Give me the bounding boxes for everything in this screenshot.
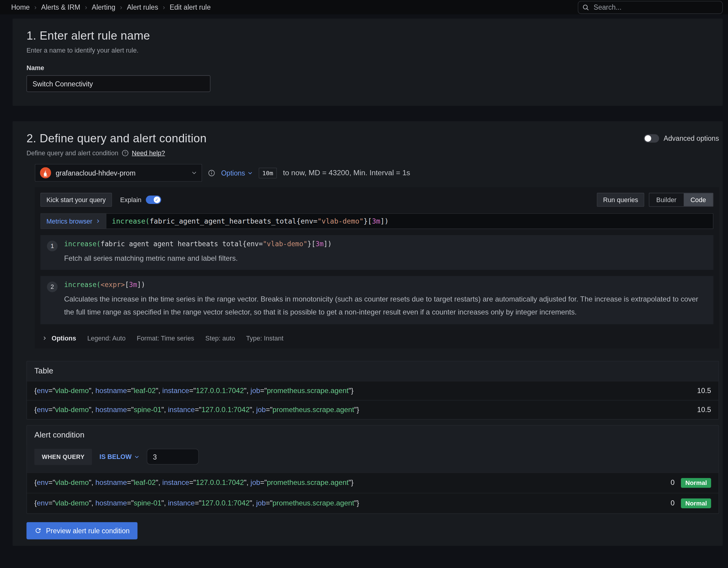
- chevron-down-icon: [191, 170, 197, 176]
- code-token: increase(: [112, 217, 150, 225]
- breadcrumb-separator: ›: [34, 4, 37, 11]
- code-token: "vlab-demo": [263, 240, 308, 248]
- prometheus-icon: [40, 167, 51, 179]
- explain-body: increase(<expr>[3m]) Calculates the incr…: [64, 281, 707, 319]
- breadcrumb-separator: ›: [163, 4, 165, 11]
- alert-condition-panel: Alert condition WHEN QUERY IS BELOW {env…: [27, 425, 719, 514]
- code-token: fabric_agent_agent_heartbeats_total{env=: [101, 240, 263, 248]
- chevron-down-icon: [134, 454, 140, 459]
- advanced-options-toggle[interactable]: [644, 134, 659, 143]
- kick-start-query-button[interactable]: Kick start your query: [40, 193, 112, 207]
- advanced-options-label: Advanced options: [664, 134, 719, 142]
- code-token: "vlab-demo": [317, 217, 364, 225]
- options-expander[interactable]: Options: [42, 334, 76, 342]
- preview-button-label: Preview alert rule condition: [46, 527, 130, 534]
- table-panel: Table {env="vlab-demo", hostname="leaf-0…: [27, 361, 719, 419]
- explain-text: Calculates the increase in the time seri…: [64, 293, 707, 319]
- explain-toggle[interactable]: ✓: [146, 195, 161, 204]
- help-icon: ?: [121, 149, 128, 156]
- step2-subtitle-row: Define query and alert condition ? Need …: [27, 149, 719, 157]
- table-panel-title: Table: [27, 361, 718, 381]
- query-editor-wrapper: grafanacloud-hhdev-prom Options: [35, 164, 719, 348]
- time-range-badge[interactable]: 10m: [259, 167, 277, 178]
- explain-control: Explain ✓: [120, 195, 161, 204]
- query-options-footer: Options Legend: Auto Format: Time series…: [40, 331, 714, 343]
- step2-title: 2. Define query and alert condition: [27, 131, 207, 145]
- alert-rule-name-input[interactable]: [27, 75, 211, 92]
- series-labels: {env="vlab-demo", hostname="leaf-02", in…: [34, 479, 354, 487]
- step1-section: 1. Enter alert rule name Enter a name to…: [13, 19, 723, 106]
- explain-body: increase(fabric_agent_agent_heartbeats_t…: [64, 240, 707, 265]
- explain-text: Fetch all series matching metric name an…: [64, 252, 707, 265]
- datasource-picker[interactable]: grafanacloud-hhdev-prom: [35, 164, 202, 182]
- metrics-browser-button[interactable]: Metrics browser: [40, 213, 106, 229]
- search-icon: [582, 4, 589, 11]
- explain-step-2: 2 increase(<expr>[3m]) Calculates the in…: [40, 276, 714, 324]
- explain-code: increase(fabric_agent_agent_heartbeats_t…: [64, 240, 707, 248]
- preview-alert-rule-button[interactable]: Preview alert rule condition: [27, 522, 138, 539]
- breadcrumb-item[interactable]: Edit alert rule: [170, 3, 211, 11]
- query-editor: Kick start your query Explain ✓ Run quer…: [35, 187, 719, 348]
- operator-label: IS BELOW: [99, 453, 131, 460]
- name-label: Name: [27, 64, 719, 72]
- code-token: increase(: [64, 281, 101, 289]
- threshold-input[interactable]: [147, 449, 199, 464]
- table-row: {env="vlab-demo", hostname="leaf-02", in…: [27, 381, 718, 400]
- code-token: increase(: [64, 240, 101, 248]
- options-footer-label: Options: [52, 334, 76, 342]
- info-icon[interactable]: [208, 169, 215, 176]
- breadcrumb-item[interactable]: Alerting: [92, 3, 115, 11]
- step-option: Step: auto: [205, 334, 235, 342]
- operator-dropdown[interactable]: IS BELOW: [99, 453, 140, 460]
- step2-subtitle: Define query and alert condition: [27, 149, 118, 157]
- series-value: 0: [671, 479, 675, 487]
- svg-text:?: ?: [124, 150, 126, 155]
- grafana-alert-rule-editor: Home›Alerts & IRM›Alerting›Alert rules›E…: [0, 0, 728, 568]
- code-token: 3m: [129, 281, 137, 289]
- table-row: {env="vlab-demo", hostname="spine-01", i…: [27, 400, 718, 419]
- refresh-icon: [34, 527, 42, 534]
- format-option: Format: Time series: [137, 334, 194, 342]
- table-rows: {env="vlab-demo", hostname="leaf-02", in…: [27, 381, 718, 419]
- code-token: 3m: [372, 217, 380, 225]
- chevron-right-icon: [42, 336, 47, 340]
- step-number: 2: [47, 282, 57, 292]
- step2-title-row: 2. Define query and alert condition Adva…: [27, 131, 719, 145]
- condition-controls-row: WHEN QUERY IS BELOW: [27, 445, 718, 472]
- datasource-row: grafanacloud-hhdev-prom Options: [35, 164, 719, 182]
- datasource-name: grafanacloud-hhdev-prom: [56, 169, 187, 177]
- code-token: ]): [324, 240, 332, 248]
- need-help-link[interactable]: Need help?: [132, 149, 165, 157]
- when-query-button[interactable]: WHEN QUERY: [34, 449, 92, 465]
- state-badge: Normal: [681, 498, 711, 508]
- breadcrumb-separator: ›: [85, 4, 87, 11]
- breadcrumb-item[interactable]: Home: [11, 3, 30, 11]
- code-token: fabric_agent_agent_heartbeats_total{env=: [150, 217, 317, 225]
- breadcrumb-item[interactable]: Alerts & IRM: [41, 3, 80, 11]
- search-box[interactable]: [578, 1, 723, 14]
- time-range-text: to now, MD = 43200, Min. Interval = 1s: [283, 169, 410, 177]
- code-token: ]): [137, 281, 145, 289]
- breadcrumb: Home›Alerts & IRM›Alerting›Alert rules›E…: [11, 3, 211, 11]
- search-input[interactable]: [593, 3, 718, 11]
- breadcrumb-item[interactable]: Alert rules: [127, 3, 158, 11]
- step1-description: Enter a name to identify your alert rule…: [27, 47, 719, 54]
- alert-condition-title: Alert condition: [27, 425, 718, 445]
- series-labels: {env="vlab-demo", hostname="leaf-02", in…: [34, 386, 354, 395]
- code-token: }[: [308, 240, 316, 248]
- code-mode-tab[interactable]: Code: [684, 193, 713, 206]
- code-token: <expr>: [101, 281, 125, 289]
- step-number: 1: [47, 240, 57, 251]
- metrics-browser-label: Metrics browser: [47, 218, 92, 225]
- chevron-down-icon: [247, 170, 253, 176]
- legend-option: Legend: Auto: [87, 334, 126, 342]
- query-expression-input[interactable]: increase(fabric_agent_agent_heartbeats_t…: [106, 213, 713, 229]
- editor-mode-switch: Builder Code: [649, 193, 714, 207]
- query-options-dropdown[interactable]: Options: [221, 169, 253, 177]
- run-queries-button[interactable]: Run queries: [597, 193, 644, 207]
- query-options-label: Options: [221, 169, 245, 177]
- toggle-knob: [645, 135, 651, 142]
- builder-mode-tab[interactable]: Builder: [649, 193, 683, 206]
- query-row: Metrics browser increase(fabric_agent_ag…: [40, 213, 714, 229]
- step1-title: 1. Enter alert rule name: [27, 29, 719, 42]
